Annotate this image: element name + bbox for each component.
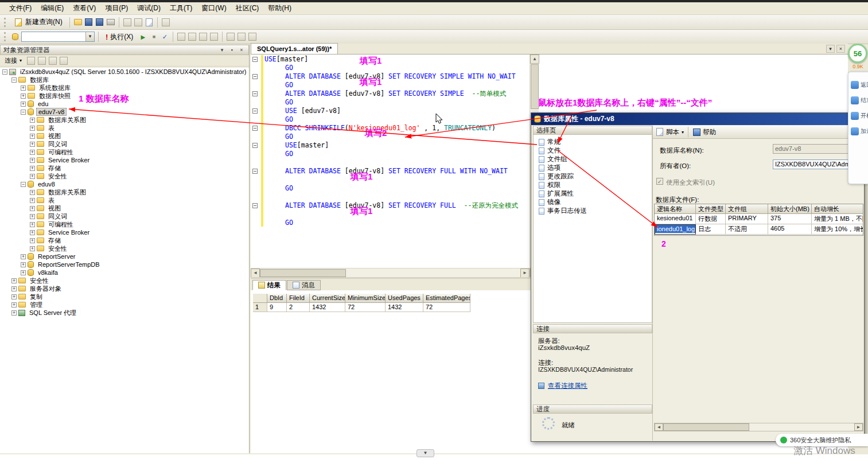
tree-item[interactable]: +Service Broker bbox=[0, 228, 249, 236]
tree-item[interactable]: +表 bbox=[0, 124, 249, 132]
close-icon[interactable]: × bbox=[836, 45, 845, 53]
menu-item[interactable]: 社区(C) bbox=[231, 2, 264, 14]
files-table-cell[interactable]: 增量为 1 MB，不限制增长 bbox=[812, 214, 863, 224]
tree-item[interactable]: −iZsxkdb8vux4quZ (SQL Server 10.50.1600 … bbox=[0, 68, 249, 76]
toolbar-button[interactable] bbox=[188, 32, 197, 41]
fold-collapse-icon[interactable]: − bbox=[252, 57, 258, 62]
grid-cell[interactable]: 9 bbox=[267, 303, 287, 312]
scroll-right-icon[interactable]: ► bbox=[854, 423, 863, 431]
expand-icon[interactable]: + bbox=[21, 102, 26, 107]
widget-item[interactable]: 开机 bbox=[848, 108, 868, 123]
save-button[interactable] bbox=[84, 18, 94, 27]
fold-collapse-icon[interactable]: − bbox=[252, 91, 258, 96]
toolbar-button[interactable] bbox=[198, 32, 208, 41]
tree-item[interactable]: −数据库 bbox=[0, 76, 249, 84]
tab-messages[interactable]: 消息 bbox=[287, 280, 321, 290]
files-table-cell[interactable]: 375 bbox=[768, 214, 812, 224]
tree-item[interactable]: +安全性 bbox=[0, 244, 249, 252]
column-header[interactable]: 逻辑名称 bbox=[655, 204, 696, 214]
memory-usage-badge[interactable]: 56 bbox=[848, 44, 867, 63]
tree-item[interactable]: +管理 bbox=[0, 301, 249, 309]
column-header[interactable]: EstimatedPages bbox=[423, 294, 470, 303]
tree-item[interactable]: +可编程性 bbox=[0, 220, 249, 228]
collapse-icon[interactable]: − bbox=[21, 110, 26, 115]
database-selector[interactable]: ▾ bbox=[21, 32, 95, 42]
tree-item[interactable]: +Service Broker bbox=[0, 156, 249, 164]
select-page-item[interactable]: 镜像 bbox=[534, 198, 652, 207]
column-header[interactable]: UsedPages bbox=[386, 294, 423, 303]
column-header[interactable]: DbId bbox=[267, 294, 287, 303]
files-table-cell[interactable]: 日志 bbox=[696, 224, 726, 235]
collapse-icon[interactable]: − bbox=[21, 182, 26, 187]
expand-icon[interactable]: + bbox=[11, 310, 17, 316]
expand-icon[interactable]: + bbox=[30, 238, 35, 243]
expand-icon[interactable]: + bbox=[30, 166, 35, 171]
expand-icon[interactable]: + bbox=[30, 174, 35, 179]
parse-button[interactable]: ✓ bbox=[160, 32, 169, 41]
fold-collapse-icon[interactable]: − bbox=[252, 203, 258, 208]
select-page-item[interactable]: 文件组 bbox=[534, 155, 652, 164]
scrollbar-thumb[interactable] bbox=[663, 423, 749, 431]
tree-item[interactable]: +ReportServerTempDB bbox=[0, 260, 249, 268]
menu-item[interactable]: 项目(P) bbox=[100, 2, 133, 14]
grid-cell[interactable]: 72 bbox=[345, 303, 386, 312]
tree-item[interactable]: +安全性 bbox=[0, 277, 249, 285]
tree-item[interactable]: +数据库关系图 bbox=[0, 116, 249, 124]
expand-icon[interactable]: + bbox=[30, 230, 35, 235]
tree-item[interactable]: +视图 bbox=[0, 204, 249, 212]
files-table-cell[interactable]: kesionedu01 bbox=[655, 214, 696, 224]
widget-item[interactable]: 加速 bbox=[848, 123, 868, 139]
expand-icon[interactable]: + bbox=[21, 262, 26, 267]
scrollbar-thumb[interactable] bbox=[531, 64, 539, 109]
expand-icon[interactable]: + bbox=[30, 118, 35, 123]
expand-icon[interactable]: + bbox=[30, 206, 35, 211]
chevron-down-icon[interactable]: ▾ bbox=[85, 32, 94, 41]
collapse-icon[interactable]: − bbox=[11, 77, 17, 83]
tree-item[interactable]: −eduv7-v8 bbox=[0, 108, 249, 116]
grid-cell[interactable]: 1432 bbox=[386, 303, 423, 312]
tree-item[interactable]: +同义词 bbox=[0, 212, 249, 220]
scroll-down-button[interactable]: ▼ bbox=[417, 449, 434, 457]
editor-horizontal-scrollbar[interactable]: ◄ ► bbox=[251, 268, 530, 277]
tree-item[interactable]: +存储 bbox=[0, 164, 249, 172]
tree-item[interactable]: +数据库关系图 bbox=[0, 188, 249, 196]
toolbar-button[interactable] bbox=[226, 32, 235, 41]
close-icon[interactable]: × bbox=[238, 46, 246, 54]
view-connection-properties-link[interactable]: 查看连接属性 bbox=[538, 382, 587, 390]
files-table-cell[interactable]: 4605 bbox=[768, 224, 812, 235]
column-header[interactable]: 文件组 bbox=[726, 204, 768, 214]
column-header[interactable]: MinimumSize bbox=[345, 294, 386, 303]
expand-icon[interactable]: + bbox=[11, 302, 17, 308]
files-table-cell[interactable]: 行数据 bbox=[696, 214, 726, 224]
tree-item[interactable]: +视图 bbox=[0, 132, 249, 140]
fold-collapse-icon[interactable]: − bbox=[252, 169, 258, 174]
tree-item[interactable]: +安全性 bbox=[0, 172, 249, 180]
tab-list-icon[interactable]: ▾ bbox=[826, 45, 835, 53]
tree-item[interactable]: +v8kaifa bbox=[0, 268, 249, 277]
files-table-cell[interactable]: 增量为 10%，增长限制为 bbox=[812, 224, 863, 235]
tree-item[interactable]: +ReportServer bbox=[0, 252, 249, 260]
column-header[interactable]: CurrentSize bbox=[310, 294, 345, 303]
select-page-item[interactable]: 选项 bbox=[534, 164, 652, 172]
toolbar-grip[interactable] bbox=[4, 32, 7, 41]
toolbar-button[interactable] bbox=[161, 18, 170, 27]
select-page-item[interactable]: 文件 bbox=[534, 146, 652, 155]
debug-button[interactable]: ▶ bbox=[138, 32, 147, 41]
menu-item[interactable]: 调试(D) bbox=[133, 2, 165, 14]
grid-cell[interactable]: 1432 bbox=[310, 303, 345, 312]
toolbar-button[interactable] bbox=[248, 32, 257, 41]
expand-icon[interactable]: + bbox=[30, 142, 35, 147]
filter-button[interactable] bbox=[59, 56, 68, 65]
editor-tab[interactable]: SQLQuery1.s...ator (59))* bbox=[251, 43, 338, 54]
script-button[interactable]: 脚本 bbox=[666, 128, 679, 137]
expand-icon[interactable]: + bbox=[11, 294, 17, 299]
sql-editor[interactable]: −USE[master]GO−ALTER DATABASE [eduv7-v8]… bbox=[251, 55, 530, 268]
expand-icon[interactable]: + bbox=[30, 150, 35, 155]
menu-item[interactable]: 查看(V) bbox=[68, 2, 100, 14]
select-page-item[interactable]: 更改跟踪 bbox=[534, 172, 652, 181]
files-table-cell[interactable]: 不适用 bbox=[726, 224, 768, 235]
expand-icon[interactable]: + bbox=[11, 286, 17, 291]
select-page-item[interactable]: 常规 bbox=[534, 138, 652, 146]
tree-item[interactable]: +表 bbox=[0, 196, 249, 204]
toolbar-button[interactable] bbox=[237, 32, 246, 41]
